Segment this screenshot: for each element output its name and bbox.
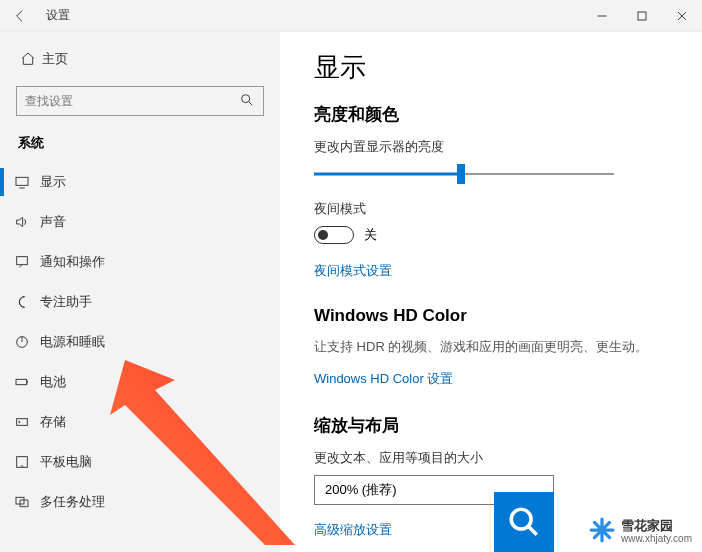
- notifications-icon: [14, 254, 40, 270]
- night-light-label: 夜间模式: [314, 200, 702, 218]
- sidebar-item-label: 通知和操作: [40, 253, 105, 271]
- power-icon: [14, 334, 40, 350]
- close-icon: [674, 8, 690, 24]
- hdr-description: 让支持 HDR 的视频、游戏和应用的画面更明亮、更生动。: [314, 338, 702, 356]
- search-input[interactable]: [25, 94, 239, 108]
- sidebar-item-notifications[interactable]: 通知和操作: [0, 242, 280, 282]
- window-controls: [582, 0, 702, 32]
- sidebar-item-label: 声音: [40, 213, 66, 231]
- back-button[interactable]: [0, 0, 40, 32]
- sidebar-item-label: 平板电脑: [40, 453, 92, 471]
- sidebar: 主页 系统 显示 声音 通知和操作 专注助手 电源和睡眠: [0, 32, 280, 552]
- section-brightness-color: 亮度和颜色: [314, 103, 702, 126]
- sidebar-item-multitasking[interactable]: 多任务处理: [0, 482, 280, 522]
- maximize-icon: [634, 8, 650, 24]
- sidebar-item-label: 专注助手: [40, 293, 92, 311]
- svg-rect-5: [16, 379, 27, 384]
- sidebar-home[interactable]: 主页: [0, 40, 280, 78]
- sound-icon: [14, 214, 40, 230]
- main-panel: 显示 亮度和颜色 更改内置显示器的亮度 夜间模式 关 夜间模式设置 Window…: [280, 32, 702, 552]
- watermark-name: 雪花家园: [621, 519, 692, 533]
- svg-rect-3: [17, 257, 28, 265]
- sidebar-item-display[interactable]: 显示: [0, 162, 280, 202]
- night-light-state: 关: [364, 226, 377, 244]
- watermark: 雪花家园 www.xhjaty.com: [585, 515, 696, 548]
- sidebar-item-power-sleep[interactable]: 电源和睡眠: [0, 322, 280, 362]
- battery-icon: [14, 374, 40, 390]
- search-icon: [507, 505, 541, 539]
- section-scale-layout: 缩放与布局: [314, 414, 702, 437]
- arrow-left-icon: [12, 8, 28, 24]
- tablet-icon: [14, 454, 40, 470]
- search-icon: [239, 92, 255, 111]
- sidebar-item-focus-assist[interactable]: 专注助手: [0, 282, 280, 322]
- sidebar-group-label: 系统: [0, 130, 280, 162]
- minimize-button[interactable]: [582, 0, 622, 32]
- snowflake-icon: [589, 517, 615, 546]
- close-button[interactable]: [662, 0, 702, 32]
- magnifier-overlay: [494, 492, 554, 552]
- hdr-settings-link[interactable]: Windows HD Color 设置: [314, 370, 453, 388]
- page-title: 显示: [314, 50, 702, 85]
- watermark-url: www.xhjaty.com: [621, 533, 692, 544]
- night-light-toggle[interactable]: [314, 226, 354, 244]
- display-icon: [14, 174, 40, 190]
- maximize-button[interactable]: [622, 0, 662, 32]
- sidebar-item-storage[interactable]: 存储: [0, 402, 280, 442]
- brightness-slider[interactable]: [314, 164, 614, 184]
- sidebar-home-label: 主页: [42, 50, 68, 68]
- home-icon: [20, 51, 42, 67]
- search-box[interactable]: [16, 86, 264, 116]
- svg-point-7: [19, 421, 20, 422]
- svg-rect-2: [16, 177, 28, 185]
- night-light-settings-link[interactable]: 夜间模式设置: [314, 262, 392, 280]
- advanced-scale-link[interactable]: 高级缩放设置: [314, 521, 392, 539]
- titlebar: 设置: [0, 0, 702, 32]
- sidebar-item-tablet[interactable]: 平板电脑: [0, 442, 280, 482]
- scale-value: 200% (推荐): [325, 481, 397, 499]
- minimize-icon: [594, 8, 610, 24]
- scale-label: 更改文本、应用等项目的大小: [314, 449, 702, 467]
- sidebar-item-sound[interactable]: 声音: [0, 202, 280, 242]
- focus-icon: [14, 294, 40, 310]
- window-title: 设置: [46, 7, 70, 24]
- storage-icon: [14, 414, 40, 430]
- svg-point-11: [511, 509, 531, 529]
- sidebar-item-label: 电池: [40, 373, 66, 391]
- sidebar-item-label: 电源和睡眠: [40, 333, 105, 351]
- brightness-label: 更改内置显示器的亮度: [314, 138, 702, 156]
- multitask-icon: [14, 494, 40, 510]
- sidebar-item-label: 存储: [40, 413, 66, 431]
- svg-point-1: [242, 94, 250, 102]
- sidebar-item-label: 显示: [40, 173, 66, 191]
- section-hdr: Windows HD Color: [314, 306, 702, 326]
- sidebar-item-label: 多任务处理: [40, 493, 105, 511]
- sidebar-item-battery[interactable]: 电池: [0, 362, 280, 402]
- svg-rect-0: [638, 12, 646, 20]
